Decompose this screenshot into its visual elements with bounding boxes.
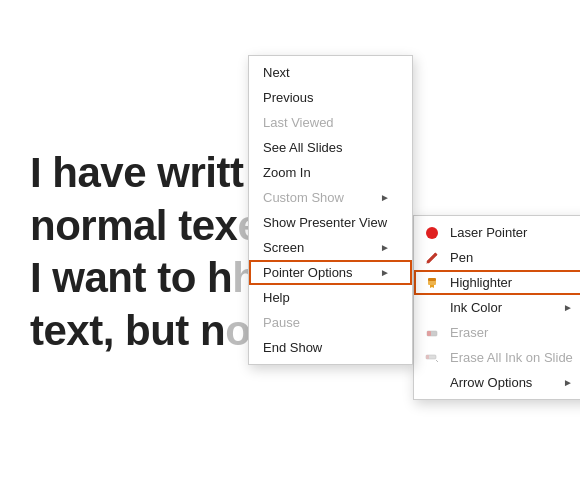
highlighter-icon xyxy=(424,275,440,291)
svg-line-6 xyxy=(436,360,438,362)
submenu-item-eraser: Eraser xyxy=(414,320,580,345)
menu-item-last-viewed: Last Viewed xyxy=(249,110,412,135)
svg-rect-1 xyxy=(428,278,436,281)
submenu-pointer-options: Laser Pointer Pen Highlighter xyxy=(413,215,580,400)
menu-item-end-show[interactable]: End Show xyxy=(249,335,412,360)
menu-item-pause: Pause xyxy=(249,310,412,335)
chevron-right-icon: ► xyxy=(380,192,390,203)
submenu-item-laser-pointer[interactable]: Laser Pointer xyxy=(414,220,580,245)
menu-item-help[interactable]: Help xyxy=(249,285,412,310)
submenu-item-erase-all-ink: Erase All Ink on Slide xyxy=(414,345,580,370)
submenu-item-arrow-options[interactable]: Arrow Options ► xyxy=(414,370,580,395)
chevron-right-icon: ► xyxy=(380,242,390,253)
chevron-right-icon: ► xyxy=(380,267,390,278)
menu-item-see-all-slides[interactable]: See All Slides xyxy=(249,135,412,160)
menu-item-pointer-options[interactable]: Pointer Options ► xyxy=(249,260,412,285)
context-menu-wrapper: Next Previous Last Viewed See All Slides… xyxy=(248,55,580,400)
menu-item-show-presenter-view[interactable]: Show Presenter View xyxy=(249,210,412,235)
menu-item-zoom-in[interactable]: Zoom In xyxy=(249,160,412,185)
context-menu: Next Previous Last Viewed See All Slides… xyxy=(248,55,413,365)
chevron-right-icon: ► xyxy=(563,377,573,388)
menu-item-next[interactable]: Next xyxy=(249,60,412,85)
laser-pointer-icon xyxy=(424,225,440,241)
eraser-icon xyxy=(424,325,440,341)
svg-rect-5 xyxy=(426,355,429,359)
chevron-right-icon: ► xyxy=(563,302,573,313)
menu-item-previous[interactable]: Previous xyxy=(249,85,412,110)
submenu-item-pen[interactable]: Pen xyxy=(414,245,580,270)
erase-all-icon xyxy=(424,350,440,366)
menu-item-screen[interactable]: Screen ► xyxy=(249,235,412,260)
svg-rect-3 xyxy=(427,331,431,336)
submenu-item-ink-color[interactable]: Ink Color ► xyxy=(414,295,580,320)
pen-icon xyxy=(424,250,440,266)
menu-item-custom-show: Custom Show ► xyxy=(249,185,412,210)
submenu-item-highlighter[interactable]: Highlighter xyxy=(414,270,580,295)
